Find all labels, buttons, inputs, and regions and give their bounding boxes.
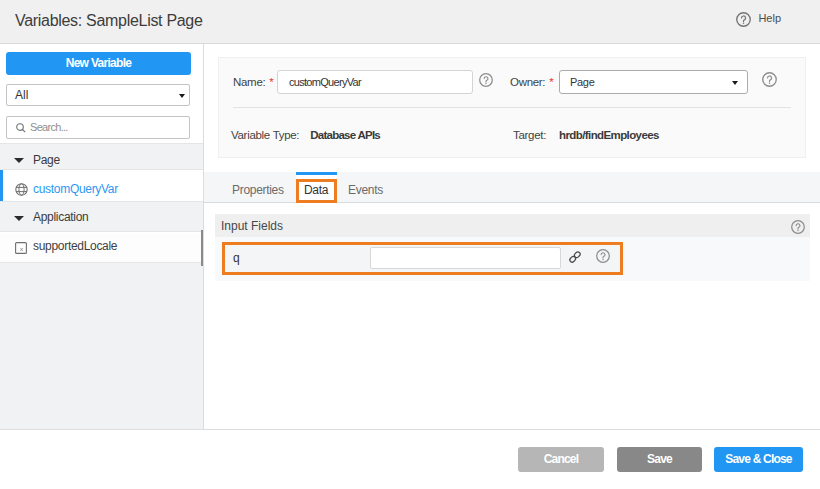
svg-text:x: x [20, 245, 24, 252]
